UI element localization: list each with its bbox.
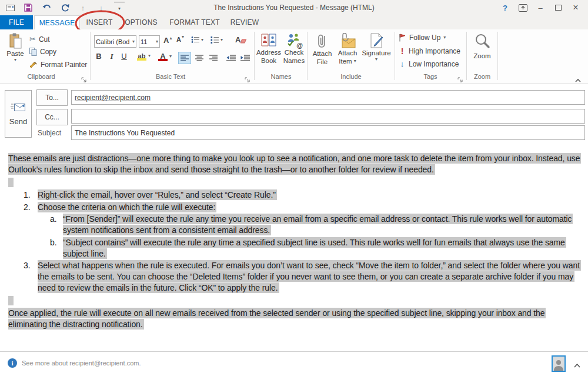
- attach-item-label-line2: Item: [339, 57, 352, 65]
- signature-icon: [369, 33, 384, 49]
- font-size-select[interactable]: 11 ▾: [139, 35, 160, 48]
- check-names-button[interactable]: @ Check Names: [282, 33, 306, 65]
- high-importance-icon: !: [399, 46, 406, 56]
- list-text: Right-click the email, hover over “Rules…: [38, 189, 581, 201]
- move-down-button[interactable]: ↓: [96, 2, 106, 13]
- minimize-button[interactable]: –: [532, 1, 549, 14]
- low-importance-label: Low Importance: [409, 60, 459, 68]
- bold-button[interactable]: B: [94, 52, 103, 61]
- move-up-button[interactable]: ↑: [78, 2, 88, 13]
- send-label: Send: [9, 117, 27, 126]
- font-size-dropdown-icon: ▾: [156, 39, 158, 44]
- font-family-dropdown-icon: ▾: [132, 39, 135, 44]
- ribbon: Paste ▾ ✂ Cut Copy Format Painter Clipbo…: [0, 29, 588, 84]
- bullets-dropdown-icon: ▾: [201, 38, 203, 42]
- attach-item-button[interactable]: Attach Item ▾: [335, 33, 360, 65]
- close-button[interactable]: ×: [567, 1, 584, 14]
- tab-insert[interactable]: INSERT: [82, 15, 116, 29]
- tab-file[interactable]: FILE: [0, 15, 33, 29]
- cc-button[interactable]: Cc...: [36, 109, 68, 125]
- body-paragraph: These emails are just distractions—one m…: [8, 153, 581, 175]
- tab-format-text[interactable]: FORMAT TEXT: [169, 15, 220, 29]
- expand-people-pane-button[interactable]: [574, 360, 580, 370]
- paste-dropdown-icon: ▾: [14, 58, 16, 62]
- align-center-button[interactable]: [193, 52, 206, 64]
- contact-avatar[interactable]: [552, 355, 566, 372]
- grow-font-icon: A: [163, 36, 169, 45]
- maximize-icon: [555, 5, 562, 11]
- to-button[interactable]: To...: [36, 89, 68, 106]
- people-pane: i See more about recipient@recipient.com…: [0, 351, 588, 376]
- high-importance-button[interactable]: ! High Importance: [399, 46, 460, 56]
- maximize-button[interactable]: [549, 1, 567, 14]
- check-names-label-line1: Check: [285, 48, 304, 56]
- attach-file-button[interactable]: Attach File: [310, 33, 334, 66]
- numbering-icon: [211, 36, 219, 44]
- underline-button[interactable]: U: [119, 52, 129, 61]
- increase-indent-button[interactable]: [239, 52, 252, 64]
- low-importance-button[interactable]: ↓ Low Importance: [399, 59, 459, 68]
- cut-button[interactable]: ✂ Cut: [29, 35, 50, 44]
- attach-item-dropdown-icon: ▾: [354, 59, 356, 64]
- collapse-ribbon-button[interactable]: [575, 74, 581, 85]
- bullets-button[interactable]: ▾: [191, 36, 203, 44]
- to-recipient-value[interactable]: recipient@recipient.com: [75, 94, 151, 102]
- group-separator: [307, 32, 308, 80]
- ribbon-display-options-button[interactable]: [514, 1, 532, 14]
- to-field[interactable]: recipient@recipient.com: [71, 90, 585, 105]
- grow-font-button[interactable]: A ▴: [163, 36, 172, 45]
- tab-options[interactable]: OPTIONS: [121, 15, 161, 29]
- format-painter-button[interactable]: Format Painter: [29, 61, 87, 69]
- body-paragraph: Once applied, the rule will execute on a…: [8, 308, 581, 330]
- numbering-button[interactable]: ▾: [211, 36, 223, 44]
- follow-up-flag-icon: [399, 34, 406, 42]
- zoom-button[interactable]: Zoom: [469, 33, 495, 60]
- cc-field[interactable]: [71, 109, 585, 124]
- paste-button[interactable]: Paste ▾: [4, 33, 27, 62]
- quick-access-toolbar: ↑ ↓ ▾: [5, 0, 125, 15]
- copy-button[interactable]: Copy: [29, 48, 56, 56]
- subject-field[interactable]: The Instructions You Requested: [71, 125, 585, 140]
- font-family-select[interactable]: Calibri (Bod ▾: [94, 35, 136, 48]
- shrink-font-arrow-icon: ▾: [182, 35, 184, 39]
- tab-message[interactable]: MESSAGE: [34, 15, 80, 29]
- redo-button[interactable]: [59, 2, 70, 13]
- include-group-label: Include: [325, 73, 377, 80]
- highlight-color-button[interactable]: ab ▾: [136, 52, 151, 60]
- send-button[interactable]: Send: [5, 90, 32, 138]
- help-button[interactable]: ?: [496, 1, 514, 14]
- decrease-indent-button[interactable]: [225, 52, 238, 64]
- follow-up-button[interactable]: Follow Up ▾: [399, 34, 446, 42]
- message-window-icon: [5, 2, 15, 13]
- save-button[interactable]: [23, 2, 34, 13]
- message-header: Send To... Cc... Subject recipient@recip…: [0, 84, 588, 146]
- tags-dialog-launcher[interactable]: [457, 74, 463, 80]
- align-left-button[interactable]: [178, 52, 191, 64]
- tags-group-label: Tags: [407, 73, 454, 80]
- clipboard-dialog-launcher[interactable]: [81, 74, 87, 80]
- subject-label: Subject: [38, 129, 61, 137]
- tab-review[interactable]: REVIEW: [227, 15, 262, 29]
- highlight-color-icon: ab: [136, 52, 147, 60]
- people-pane-status: See more about recipient@recipient.com.: [22, 360, 141, 367]
- align-right-button[interactable]: [207, 52, 220, 64]
- attach-item-icon: [339, 33, 356, 49]
- selected-empty-line: [8, 178, 14, 187]
- undo-button[interactable]: [41, 2, 52, 13]
- message-body-editor[interactable]: These emails are just distractions—one m…: [0, 146, 588, 351]
- follow-up-label: Follow Up: [409, 34, 440, 42]
- highlight-dropdown-icon: ▾: [148, 54, 151, 58]
- basic-text-dialog-launcher[interactable]: [245, 74, 250, 80]
- list-text: “From [Sender]” will execute the rule an…: [63, 214, 581, 236]
- align-left-icon: [181, 55, 189, 62]
- signature-dropdown-icon: ▾: [375, 57, 377, 62]
- italic-button[interactable]: I: [108, 52, 116, 61]
- shrink-font-button[interactable]: A ▾: [176, 36, 184, 43]
- list-item-1: 1. Right-click the email, hover over “Ru…: [8, 189, 581, 201]
- signature-button[interactable]: Signature ▾: [360, 33, 393, 62]
- address-book-label-line2: Book: [261, 56, 276, 65]
- clear-formatting-button[interactable]: A: [235, 35, 246, 44]
- address-book-button[interactable]: Address Book: [256, 33, 281, 65]
- window-controls: ? – ×: [496, 0, 584, 15]
- font-color-button[interactable]: A ▾: [158, 52, 172, 61]
